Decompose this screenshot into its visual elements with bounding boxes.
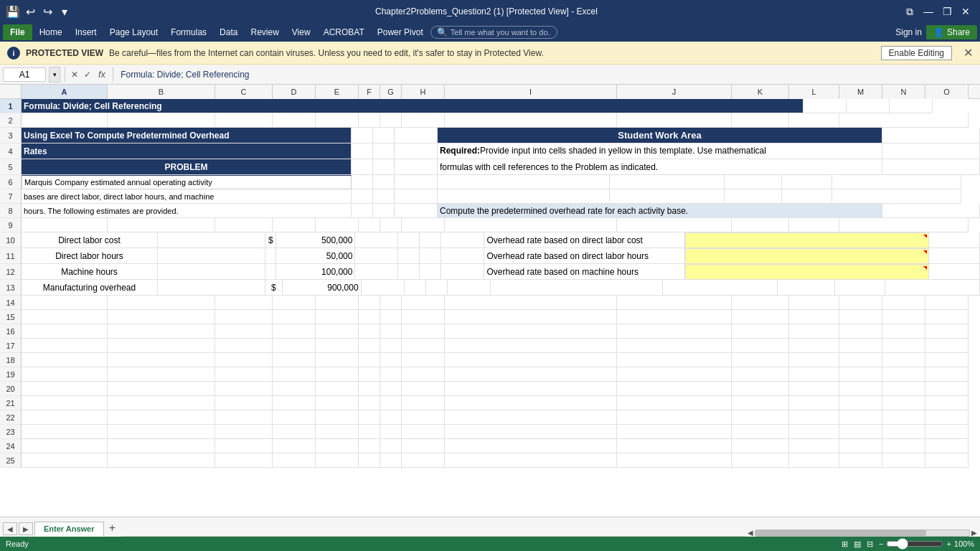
cell-r18-c6[interactable]	[380, 353, 402, 367]
cell-r25-c1[interactable]	[108, 453, 215, 468]
cell-i3-merged[interactable]: Student Work Area	[438, 128, 882, 143]
cell-h10[interactable]	[441, 232, 484, 248]
cell-r15-c1[interactable]	[108, 310, 215, 324]
cell-r23-c5[interactable]	[359, 425, 380, 439]
zoom-out-button[interactable]: −	[879, 540, 883, 548]
cell-h13[interactable]	[448, 280, 491, 296]
cell-r20-c0[interactable]	[22, 382, 108, 396]
cell-r20-c11[interactable]	[789, 382, 839, 396]
cell-d9[interactable]	[273, 218, 316, 232]
cell-e11[interactable]	[355, 248, 398, 264]
cell-h9[interactable]	[402, 218, 445, 232]
view-menu[interactable]: View	[286, 24, 316, 40]
col-header-e[interactable]: E	[316, 85, 359, 99]
cell-r22-c9[interactable]	[617, 410, 732, 425]
col-header-a[interactable]: A	[22, 85, 108, 99]
normal-view-button[interactable]: ⊞	[842, 540, 848, 549]
cell-r20-c12[interactable]	[839, 382, 882, 396]
cell-g5[interactable]	[373, 159, 395, 175]
cell-r21-c11[interactable]	[789, 396, 839, 410]
cell-r16-c12[interactable]	[839, 324, 882, 339]
cell-f2[interactable]	[359, 113, 380, 128]
cell-f13[interactable]	[405, 280, 426, 296]
cell-ref-dropdown[interactable]: ▾	[49, 67, 60, 83]
cell-r15-c7[interactable]	[402, 310, 445, 324]
cell-c10-dollar[interactable]: $	[265, 232, 276, 248]
cell-k6[interactable]	[725, 175, 782, 189]
cell-r15-c9[interactable]	[617, 310, 732, 324]
cell-h8[interactable]	[395, 204, 438, 218]
cell-r18-c2[interactable]	[215, 353, 273, 367]
col-header-b[interactable]: B	[108, 85, 215, 99]
cell-r19-c8[interactable]	[445, 367, 617, 382]
cell-r15-c2[interactable]	[215, 310, 273, 324]
col-header-n[interactable]: N	[882, 85, 925, 99]
cell-m8[interactable]	[882, 204, 980, 218]
cell-g4[interactable]	[373, 143, 395, 159]
cell-l7[interactable]	[782, 189, 832, 204]
cell-f7[interactable]	[352, 189, 373, 204]
cell-i9[interactable]	[445, 218, 617, 232]
cell-r16-c1[interactable]	[108, 324, 215, 339]
cell-r19-c6[interactable]	[380, 367, 402, 382]
cell-d2[interactable]	[273, 113, 316, 128]
cell-i11-label[interactable]: Overhead rate based on direct labor hour…	[484, 248, 685, 264]
cell-r24-c12[interactable]	[839, 439, 882, 453]
cell-r24-c11[interactable]	[789, 439, 839, 453]
zoom-slider[interactable]	[886, 538, 943, 550]
scrollbar-thumb[interactable]	[755, 530, 926, 536]
cell-r14-c10[interactable]	[732, 296, 789, 310]
cell-k2[interactable]	[732, 113, 789, 128]
cell-f4[interactable]	[352, 143, 373, 159]
col-header-h[interactable]: H	[402, 85, 445, 99]
cell-r23-c7[interactable]	[402, 425, 445, 439]
col-header-c[interactable]: C	[215, 85, 273, 99]
scroll-right-btn[interactable]: ▶	[971, 529, 977, 537]
cell-r19-c14[interactable]	[925, 367, 969, 382]
cell-i13[interactable]	[491, 280, 663, 296]
cell-r18-c8[interactable]	[445, 353, 617, 367]
cell-r23-c9[interactable]	[617, 425, 732, 439]
cell-j11-input[interactable]	[685, 248, 929, 264]
cell-r20-c7[interactable]	[402, 382, 445, 396]
cell-f8[interactable]	[352, 204, 373, 218]
cell-r24-c1[interactable]	[108, 439, 215, 453]
cell-r20-c6[interactable]	[380, 382, 402, 396]
cell-r25-c3[interactable]	[273, 453, 316, 468]
cell-r21-c9[interactable]	[617, 396, 732, 410]
cell-r19-c7[interactable]	[402, 367, 445, 382]
formulas-menu[interactable]: Formulas	[165, 24, 212, 40]
cell-h3[interactable]	[395, 128, 438, 143]
cell-e9[interactable]	[316, 218, 359, 232]
cell-b11[interactable]	[158, 248, 265, 264]
cell-r25-c12[interactable]	[839, 453, 882, 468]
cell-r22-c4[interactable]	[316, 410, 359, 425]
cell-h6[interactable]	[395, 175, 438, 189]
cell-r21-c5[interactable]	[359, 396, 380, 410]
cell-r24-c10[interactable]	[732, 439, 789, 453]
cell-g13[interactable]	[426, 280, 448, 296]
cell-o1[interactable]	[890, 99, 933, 113]
cell-r23-c6[interactable]	[380, 425, 402, 439]
cell-r23-c4[interactable]	[316, 425, 359, 439]
cell-r20-c9[interactable]	[617, 382, 732, 396]
cell-r21-c1[interactable]	[108, 396, 215, 410]
cell-r22-c5[interactable]	[359, 410, 380, 425]
save-button[interactable]: 💾	[6, 4, 20, 19]
sign-in-label[interactable]: Sign in	[895, 27, 922, 37]
zoom-in-button[interactable]: +	[946, 540, 951, 548]
cell-m7[interactable]	[832, 189, 961, 204]
cell-a12[interactable]: Machine hours	[22, 264, 158, 280]
cell-m9[interactable]	[839, 218, 969, 232]
cell-d13-value[interactable]: 900,000	[283, 280, 362, 296]
cell-r17-c10[interactable]	[732, 339, 789, 353]
formula-input[interactable]	[118, 68, 977, 81]
data-menu[interactable]: Data	[214, 24, 243, 40]
cell-r24-c6[interactable]	[380, 439, 402, 453]
cell-f11[interactable]	[398, 248, 420, 264]
cell-r20-c2[interactable]	[215, 382, 273, 396]
sheet-tab-enter-answer[interactable]: Enter Answer	[34, 522, 104, 537]
undo-button[interactable]: ↩	[23, 4, 37, 19]
page-break-button[interactable]: ⊟	[867, 540, 873, 549]
cell-r22-c12[interactable]	[839, 410, 882, 425]
